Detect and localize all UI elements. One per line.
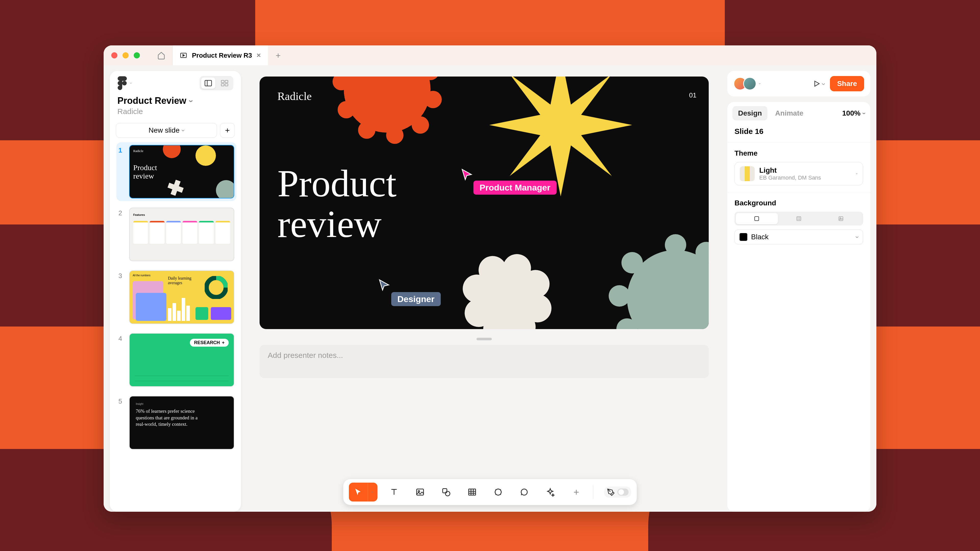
view-toggle (200, 76, 233, 90)
avatar-stack[interactable] (733, 77, 756, 90)
close-tab-icon[interactable]: × (257, 51, 261, 59)
svg-point-50 (418, 491, 420, 492)
add-tab-button[interactable]: + (268, 45, 288, 65)
dev-mode-toggle[interactable] (604, 486, 631, 498)
cursor-label-designer: Designer (391, 292, 441, 306)
background-section: Background Black (727, 192, 870, 251)
home-icon (157, 51, 165, 59)
svg-rect-7 (221, 84, 224, 86)
share-button[interactable]: Share (830, 76, 864, 91)
right-panel: Share Design Animate 100% Slide 16 Theme (727, 71, 870, 512)
document-tab[interactable]: Product Review R3 × (172, 45, 268, 65)
bg-image-button[interactable] (820, 213, 862, 224)
slide-number: 3 (118, 270, 124, 324)
tab-animate[interactable]: Animate (770, 106, 809, 121)
comment-tool[interactable] (515, 483, 534, 502)
background-type-segments (735, 212, 863, 225)
slide-canvas[interactable]: Radicle 01 Productreview Product Manager… (259, 76, 709, 329)
play-icon (813, 80, 821, 87)
bg-gradient-button[interactable] (778, 213, 820, 224)
presenter-notes-input[interactable]: Add presenter notes... (259, 345, 709, 378)
svg-point-52 (445, 491, 450, 496)
svg-point-45 (798, 219, 798, 220)
grid-icon (221, 80, 228, 86)
svg-point-48 (840, 218, 841, 219)
theme-swatch (740, 166, 755, 181)
shapes-icon (442, 487, 451, 497)
stamp-icon (493, 487, 503, 497)
svg-rect-8 (225, 84, 228, 86)
slide-preview: Radicle Productreview (129, 145, 234, 198)
sticker-tool[interactable] (489, 483, 508, 502)
bg-solid-button[interactable] (736, 213, 778, 224)
maximize-window-icon[interactable] (134, 52, 140, 59)
slide-number: 1 (118, 145, 124, 198)
theme-selector[interactable]: Light EB Garamond, DM Sans (735, 162, 863, 186)
tab-design[interactable]: Design (732, 106, 767, 121)
svg-point-26 (665, 234, 686, 256)
minimize-window-icon[interactable] (123, 52, 129, 59)
slide-brand: Radicle (277, 90, 312, 103)
toolbar-separator (593, 485, 593, 499)
home-tab[interactable] (150, 45, 172, 65)
svg-point-17 (425, 91, 442, 108)
cursor-icon (461, 168, 473, 181)
svg-point-30 (706, 329, 709, 329)
image-tool[interactable] (410, 483, 430, 502)
slide-preview: Insight 76% of learners prefer science q… (129, 396, 234, 449)
cursor-icon (354, 487, 363, 497)
chevron-down-icon (856, 171, 858, 176)
move-tool-dropdown[interactable] (368, 483, 377, 502)
svg-rect-6 (225, 80, 228, 83)
text-tool[interactable] (385, 483, 404, 502)
thumbnail-slide-5[interactable]: 5 Insight 76% of learners prefer science… (116, 393, 236, 452)
svg-point-35 (621, 252, 643, 273)
slide-preview: Features (129, 208, 234, 261)
background-color-selector[interactable]: Black (735, 230, 863, 245)
present-button[interactable] (813, 79, 825, 88)
svg-point-11 (216, 180, 234, 198)
zoom-control[interactable]: 100% (842, 109, 865, 118)
move-tool-group (349, 483, 377, 502)
svg-rect-5 (221, 80, 224, 83)
thumbnail-slide-1[interactable]: 1 Radicle Productreview (116, 142, 236, 201)
tab-title: Product Review R3 (192, 52, 252, 59)
ai-tool[interactable] (541, 483, 560, 502)
thumbnail-slide-4[interactable]: 4 RESEARCH+ (116, 330, 236, 389)
more-tools[interactable]: + (567, 483, 586, 502)
canvas-area: Radicle 01 Productreview Product Manager… (248, 71, 721, 512)
chat-icon (520, 487, 529, 497)
app-window: Product Review R3 × + (103, 45, 877, 512)
theme-name: Light (759, 166, 852, 175)
svg-marker-1 (183, 54, 185, 56)
svg-point-20 (358, 121, 375, 139)
close-window-icon[interactable] (111, 52, 118, 59)
chevron-down-icon (856, 233, 858, 241)
add-slide-button[interactable]: + (220, 123, 235, 138)
move-tool[interactable] (349, 483, 368, 502)
chevron-down-icon[interactable] (130, 81, 132, 86)
thumbnail-slide-2[interactable]: 2 Features (116, 205, 236, 264)
collaboration-bar: Share (727, 71, 870, 97)
hash-shape-cream (443, 235, 571, 329)
grid-view-button[interactable] (218, 78, 232, 89)
gear-shape-orange (331, 76, 443, 145)
svg-marker-24 (489, 76, 632, 197)
color-swatch (739, 233, 748, 241)
svg-point-43 (798, 218, 798, 218)
inspector-panel: Design Animate 100% Slide 16 Theme (727, 102, 870, 512)
slide-preview: All the numbers Daily learningaverages (129, 270, 234, 324)
svg-rect-41 (755, 217, 759, 221)
svg-rect-3 (205, 80, 212, 86)
svg-point-9 (196, 145, 216, 166)
table-tool[interactable] (463, 483, 482, 502)
new-slide-button[interactable]: New slide (116, 123, 217, 138)
outline-view-button[interactable] (201, 78, 215, 89)
chevron-down-icon[interactable] (759, 81, 761, 86)
thumbnail-slide-3[interactable]: 3 All the numbers Daily learningaverages (116, 268, 236, 327)
figma-logo-icon[interactable] (118, 76, 127, 90)
notes-resize-handle[interactable] (476, 338, 492, 340)
chevron-down-icon (822, 79, 825, 88)
shape-tool[interactable] (437, 483, 455, 502)
deck-title[interactable]: Product Review (118, 95, 233, 106)
